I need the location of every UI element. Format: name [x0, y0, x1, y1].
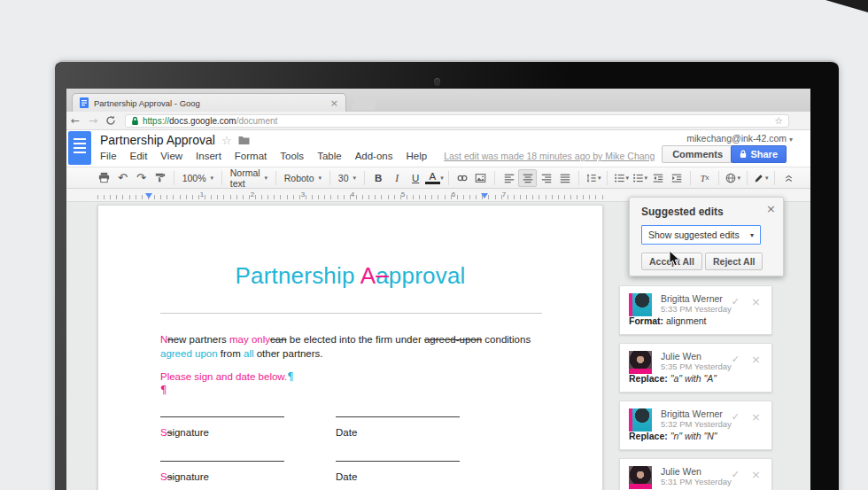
menu-edit[interactable]: Edit [130, 151, 148, 161]
input-tools-button[interactable]: ▾ [724, 169, 742, 187]
account-email: mikechang@ink-42.com [686, 133, 787, 144]
menu-addons[interactable]: Add-ons [355, 151, 393, 161]
reject-suggestion-icon[interactable]: × [751, 353, 761, 366]
suggestion-body: Replace: "a" with "A" [629, 373, 717, 384]
account-menu[interactable]: mikechang@ink-42.com ▾ [686, 133, 793, 144]
font-value: Roboto [284, 173, 314, 183]
doc-heading: Partnership Aapproval [98, 262, 602, 290]
bold-button[interactable]: B [369, 169, 388, 187]
italic-button[interactable]: I [388, 169, 407, 187]
zoom-select[interactable]: 100%▾ [179, 169, 217, 187]
move-folder-icon[interactable] [238, 136, 250, 145]
justify-button[interactable] [555, 169, 574, 187]
reject-all-button[interactable]: Reject All [705, 253, 763, 270]
right-indent-marker[interactable] [481, 193, 488, 198]
browser-navbar: ← → https://docs.google.com/document ☆ [66, 112, 810, 130]
browser-tab[interactable]: Partnership Approval - Goog × [72, 93, 346, 112]
ruler-number: 3 [301, 191, 305, 198]
comments-button[interactable]: Comments [662, 145, 733, 163]
zoom-value: 100% [182, 173, 206, 183]
menu-format[interactable]: Format [235, 151, 267, 161]
accept-suggestion-icon[interactable]: ✓ [732, 469, 740, 480]
last-edit-link[interactable]: Last edit was made 18 minutes ago by Mik… [444, 151, 655, 161]
menu-file[interactable]: File [100, 151, 117, 161]
align-left-button[interactable] [500, 169, 518, 187]
editing-mode-button[interactable]: ▾ [751, 169, 770, 187]
print-button[interactable] [95, 169, 113, 187]
body-paragraph: Nnew partners may onlycan be elected int… [160, 332, 548, 361]
increase-indent-button[interactable] [667, 169, 686, 187]
underline-button[interactable]: U [407, 169, 425, 187]
suggestions-filter-select[interactable]: Show suggested edits▾ [641, 225, 761, 245]
accept-suggestion-icon[interactable]: ✓ [732, 411, 740, 423]
menu-help[interactable]: Help [406, 151, 427, 161]
insert-link-button[interactable] [453, 169, 471, 187]
suggestion-action: Format: [629, 315, 663, 326]
caret-down-icon: ▾ [319, 175, 322, 182]
menu-view[interactable]: View [160, 151, 182, 161]
reject-suggestion-icon[interactable]: × [751, 468, 761, 481]
menu-tools[interactable]: Tools [280, 151, 304, 161]
font-size-select[interactable]: 30▾ [335, 169, 360, 187]
back-button[interactable]: ← [66, 114, 84, 127]
insert-image-button[interactable] [471, 169, 490, 187]
forward-button[interactable]: → [84, 114, 102, 127]
suggestion-card[interactable]: Julie Wen 5:35 PM Yesterday ✓ × Replace:… [619, 343, 772, 393]
new-tab-button[interactable] [352, 97, 379, 110]
tab-close-icon[interactable]: × [330, 98, 338, 108]
label-text: ignature [172, 427, 209, 438]
accept-suggestion-icon[interactable]: ✓ [732, 354, 740, 365]
paint-format-button[interactable] [151, 169, 169, 187]
colored-text: agreed upon [160, 348, 218, 359]
suggestion-time: 5:35 PM Yesterday [661, 362, 732, 371]
reject-suggestion-icon[interactable]: × [751, 410, 761, 424]
https-lock-icon [131, 116, 139, 126]
menu-table[interactable]: Table [317, 151, 342, 161]
document-title[interactable]: Partnership Approval [100, 133, 215, 147]
share-label: Share [750, 149, 778, 159]
body-text: other partners. [254, 348, 323, 359]
text-color-button[interactable]: A▾ [425, 169, 444, 187]
heading-text: Partnership [235, 262, 360, 289]
clear-formatting-x: x [706, 174, 709, 182]
decrease-indent-button[interactable] [648, 169, 667, 187]
suggestion-action: Replace: [629, 431, 668, 441]
suggestion-card[interactable]: Brigitta Werner 5:33 PM Yesterday ✓ × Fo… [619, 285, 772, 335]
menu-insert[interactable]: Insert [196, 151, 221, 161]
panel-close-icon[interactable]: × [766, 203, 776, 214]
bookmark-star-icon[interactable]: ☆ [774, 116, 783, 126]
collapse-toolbar-button[interactable] [779, 169, 798, 187]
body-text: be elected into the firm under [287, 334, 424, 345]
paragraph-style-select[interactable]: Normal text▾ [227, 169, 271, 187]
share-button[interactable]: Share [731, 145, 787, 163]
share-lock-icon [740, 150, 747, 159]
suggested-insert: may only [229, 334, 270, 345]
reject-suggestion-icon[interactable]: × [751, 295, 761, 308]
star-document-icon[interactable]: ☆ [221, 135, 232, 146]
accept-suggestion-icon[interactable]: ✓ [732, 296, 740, 307]
redo-button[interactable]: ↷ [132, 169, 151, 187]
align-right-button[interactable] [537, 169, 555, 187]
left-indent-marker[interactable] [145, 193, 152, 198]
avatar [629, 408, 652, 432]
suggestion-card[interactable]: Julie Wen 5:31 PM Yesterday ✓ × Replace: [619, 458, 772, 490]
document-page[interactable]: Partnership Aapproval Nnew partners may … [97, 205, 603, 490]
url-bar[interactable]: https://docs.google.com/document ☆ [125, 114, 789, 128]
docs-toolbar: ↶ ↷ 100%▾ Normal text▾ Roboto▾ 30▾ B I U… [66, 167, 810, 189]
ruler-number: 1 [200, 191, 204, 198]
bulleted-list-button[interactable]: ▾ [630, 169, 648, 187]
colored-text: all [244, 348, 254, 359]
docs-logo[interactable] [68, 131, 91, 165]
line-spacing-button[interactable]: ▾ [584, 169, 602, 187]
clear-formatting-button[interactable]: Tx [695, 169, 714, 187]
suggestion-card[interactable]: Brigitta Werner 5:32 PM Yesterday ✓ × Re… [619, 401, 772, 450]
font-select[interactable]: Roboto▾ [281, 169, 325, 187]
suggested-insert: A [360, 262, 376, 289]
numbered-list-button[interactable]: ▾ [611, 169, 630, 187]
caret-down-icon: ▾ [598, 175, 601, 182]
pilcrow-mark: ¶ [160, 384, 167, 396]
undo-button[interactable]: ↶ [113, 169, 132, 187]
suggestion-detail: "a" with "A" [668, 373, 717, 384]
align-center-button[interactable] [518, 169, 537, 187]
refresh-button[interactable] [105, 115, 116, 126]
